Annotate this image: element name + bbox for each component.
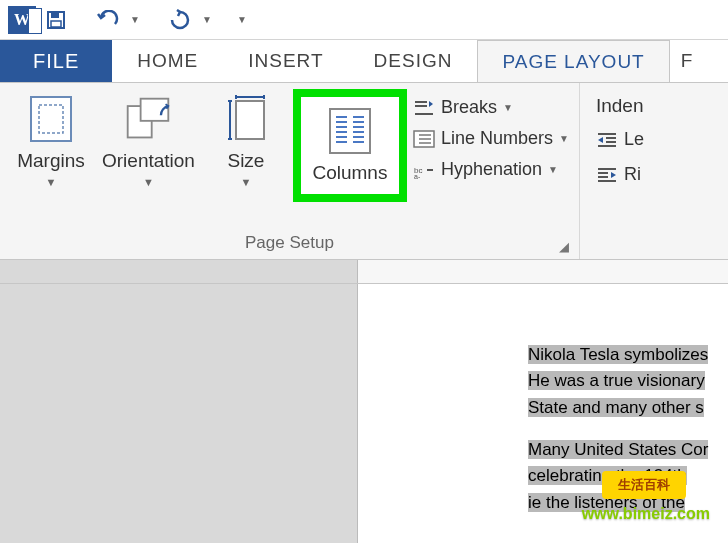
doc-line: He was a true visionary [528,371,705,390]
watermark-url: www.bimeiz.com [582,505,710,523]
dropdown-caret-icon: ▼ [548,164,558,175]
orientation-button[interactable]: Orientation ▼ [98,89,199,194]
word-logo-icon [8,6,36,34]
group-label-page-setup: Page Setup [10,229,569,255]
page-setup-small-buttons: Breaks ▼ Line Numbers ▼ bca- Hyphenation… [413,89,569,180]
columns-label: Columns [312,163,387,184]
customize-qat-button[interactable]: ▼ [228,6,256,34]
ruler-scale [358,260,728,283]
ribbon-tabs: FILE HOME INSERT DESIGN PAGE LAYOUT F [0,40,728,82]
dropdown-caret-icon: ▼ [143,176,154,188]
orientation-label: Orientation [102,151,195,172]
indent-left-icon [596,131,618,149]
indent-right-label: Ri [624,164,641,185]
tab-home[interactable]: HOME [112,40,223,82]
doc-line: Nikola Tesla symbolizes [528,345,708,364]
svg-rect-1 [51,12,59,18]
breaks-icon [413,99,435,117]
redo-dropdown[interactable]: ▼ [200,6,214,34]
tab-page-layout[interactable]: PAGE LAYOUT [477,40,669,82]
indent-left-label: Le [624,129,644,150]
group-page-setup: Margins ▼ Orientation ▼ Size ▼ [0,83,580,259]
page-setup-dialog-launcher[interactable]: ◢ [559,239,573,253]
indent-right-icon [596,166,618,184]
tab-design[interactable]: DESIGN [349,40,478,82]
columns-icon [326,107,374,155]
redo-button[interactable] [166,6,194,34]
svg-rect-7 [236,101,264,139]
indent-right-control[interactable]: Ri [596,164,644,185]
save-button[interactable] [42,6,70,34]
svg-rect-6 [141,99,169,121]
undo-dropdown[interactable]: ▼ [128,6,142,34]
doc-line: State and many other s [528,398,704,417]
svg-text:a-: a- [414,173,421,179]
size-button[interactable]: Size ▼ [205,89,287,194]
doc-line: Many United States Cor [528,440,708,459]
dropdown-caret-icon: ▼ [503,102,513,113]
size-icon [222,95,270,143]
dropdown-caret-icon: ▼ [46,176,57,188]
columns-highlight: Columns [293,89,407,202]
hyphenation-label: Hyphenation [441,159,542,180]
tab-file[interactable]: FILE [0,40,112,82]
line-numbers-label: Line Numbers [441,128,553,149]
ruler-left-margin [0,260,358,283]
ruler[interactable] [0,260,728,284]
svg-rect-2 [51,21,61,27]
margins-button[interactable]: Margins ▼ [10,89,92,194]
margins-label: Margins [17,151,85,172]
hyphenation-button[interactable]: bca- Hyphenation ▼ [413,159,569,180]
hyphenation-icon: bca- [413,161,435,179]
svg-rect-3 [31,97,71,141]
margins-icon [27,95,75,143]
line-numbers-icon [413,130,435,148]
orientation-icon [124,95,172,143]
tab-insert[interactable]: INSERT [223,40,348,82]
line-numbers-button[interactable]: Line Numbers ▼ [413,128,569,149]
document-left-gutter [0,284,358,543]
quick-access-toolbar: ▼ ▼ ▼ [0,0,728,40]
size-label: Size [227,151,264,172]
indent-left-control[interactable]: Le [596,129,644,150]
tab-partial[interactable]: F [670,40,705,82]
dropdown-caret-icon: ▼ [241,176,252,188]
breaks-button[interactable]: Breaks ▼ [413,97,569,118]
undo-button[interactable] [94,6,122,34]
indent-heading: Inden [596,95,644,117]
dropdown-caret-icon: ▼ [559,133,569,144]
columns-button[interactable]: Columns [305,101,395,190]
ribbon-page-layout: Margins ▼ Orientation ▼ Size ▼ [0,82,728,260]
watermark-badge: 生活百科 [602,471,686,499]
breaks-label: Breaks [441,97,497,118]
group-paragraph: Inden Le Ri [580,83,660,259]
